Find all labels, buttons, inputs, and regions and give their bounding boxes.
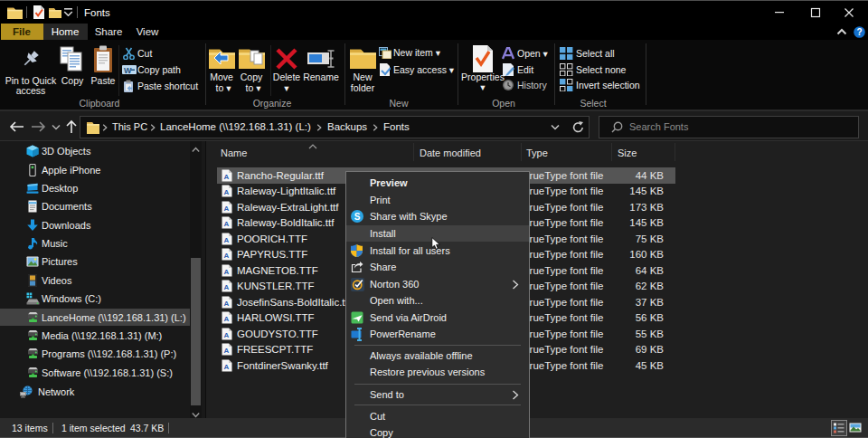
svg-text:A: A bbox=[224, 283, 230, 291]
svg-text:A: A bbox=[224, 363, 230, 371]
svg-text:A: A bbox=[224, 205, 230, 213]
svg-text:A: A bbox=[224, 300, 230, 308]
svg-text:A: A bbox=[224, 173, 230, 181]
svg-text:A: A bbox=[224, 268, 230, 276]
svg-text:A: A bbox=[224, 220, 230, 228]
svg-text:S: S bbox=[354, 212, 361, 222]
svg-text:A: A bbox=[224, 252, 230, 260]
svg-text:?: ? bbox=[856, 27, 862, 37]
svg-text:A: A bbox=[224, 236, 230, 244]
svg-text:A: A bbox=[224, 331, 230, 339]
svg-text:A: A bbox=[224, 188, 230, 196]
svg-text:A: A bbox=[224, 347, 230, 355]
svg-text:A: A bbox=[224, 315, 230, 323]
